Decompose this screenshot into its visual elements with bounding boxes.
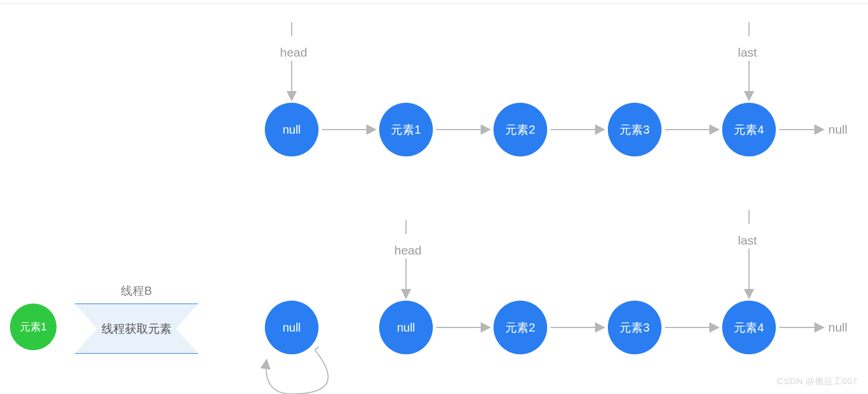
label-head-top: head xyxy=(280,46,307,60)
acquired-node-label: 元素1 xyxy=(20,320,47,334)
row2-node-0-label: null xyxy=(282,321,300,334)
row2-node-2: 元素2 xyxy=(494,301,547,354)
label-head-bottom: head xyxy=(394,243,422,257)
top-border xyxy=(0,4,868,4)
row2-node-4: 元素4 xyxy=(722,301,776,354)
row1-node-4: 元素4 xyxy=(722,103,776,156)
thread-title: 线程B xyxy=(75,283,198,299)
acquired-node: 元素1 xyxy=(10,304,57,350)
row2-terminal-null: null xyxy=(828,320,848,334)
watermark: CSDN @搬运工007 xyxy=(777,376,858,387)
row1-terminal-null: null xyxy=(828,123,848,137)
row2-node-4-label: 元素4 xyxy=(734,320,764,336)
row1-node-0-label: null xyxy=(282,123,300,137)
row2-node-3: 元素3 xyxy=(608,301,662,354)
label-last-top: last xyxy=(738,46,757,60)
thread-action-tag: 线程获取元素 xyxy=(75,304,198,354)
thread-action-label: 线程获取元素 xyxy=(102,321,172,337)
row1-node-3: 元素3 xyxy=(608,103,662,156)
label-last-bottom: last xyxy=(738,233,757,247)
row2-node-3-label: 元素3 xyxy=(620,320,649,336)
row2-node-0: null xyxy=(265,301,318,354)
row2-node-2-label: 元素2 xyxy=(505,320,535,336)
row1-node-1: 元素1 xyxy=(379,103,433,156)
diagram-stage: head last null 元素1 元素2 元素3 元素4 null head… xyxy=(0,0,868,394)
row2-node-1: null xyxy=(379,301,433,354)
row1-node-3-label: 元素3 xyxy=(620,122,649,138)
row1-node-4-label: 元素4 xyxy=(734,122,764,138)
row1-node-1-label: 元素1 xyxy=(391,122,421,138)
row2-node-1-label: null xyxy=(397,321,415,334)
row1-node-2: 元素2 xyxy=(494,103,547,156)
row1-node-2-label: 元素2 xyxy=(505,122,535,138)
thread-tag-wrap: 线程B 线程获取元素 xyxy=(75,283,198,354)
row1-node-0: null xyxy=(265,103,318,156)
